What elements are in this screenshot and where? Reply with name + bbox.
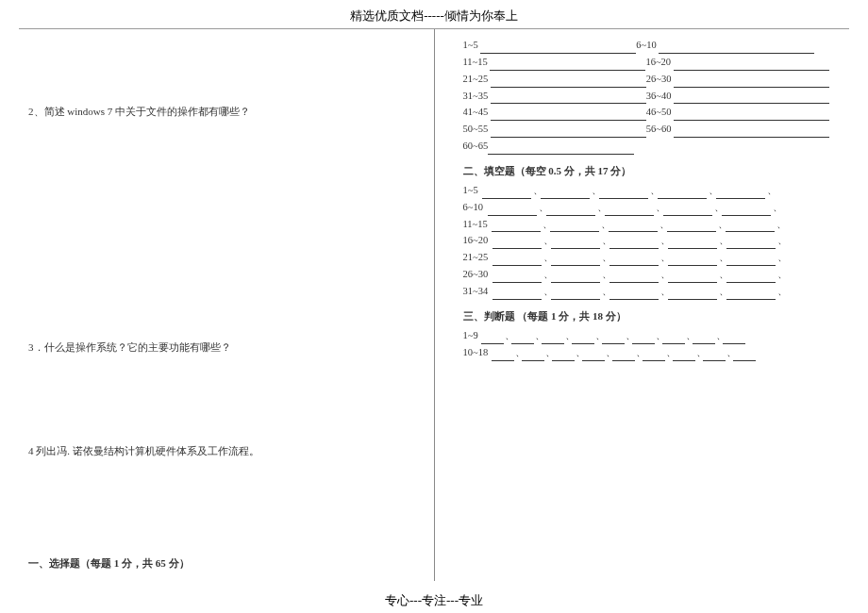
- page-body: 2、简述 windows 7 中关于文件的操作都有哪些？ 3．什么是操作系统？它…: [0, 29, 868, 581]
- fill-answer-row: 16~20 、、、、、: [463, 232, 848, 249]
- page-header: 精选优质文档-----倾情为你奉上: [0, 0, 868, 26]
- judge-answer-row: 1~9 、、、、、、、、: [463, 327, 848, 344]
- fill-answer-row: 31~34 、、、、、: [463, 283, 848, 300]
- fill-answer-row: 26~30 、、、、、: [463, 266, 848, 283]
- page-footer: 专心---专注---专业: [0, 592, 868, 609]
- question-2: 2、简述 windows 7 中关于文件的操作都有哪些？: [28, 103, 413, 122]
- choice-answer-row: 21~25 26~30: [463, 71, 848, 88]
- choice-answer-row: 11~15 16~20: [463, 54, 848, 71]
- left-column: 2、简述 windows 7 中关于文件的操作都有哪些？ 3．什么是操作系统？它…: [0, 29, 434, 581]
- fill-answer-row: 1~5 、、、、、: [463, 182, 848, 199]
- judge-answer-row: 10~18 、、、、、、、、: [463, 344, 848, 361]
- section-2-title: 二、填空题（每空 0.5 分，共 17 分）: [463, 164, 848, 178]
- section-1-title: 一、选择题（每题 1 分，共 65 分）: [28, 555, 413, 573]
- fill-answer-row: 11~15 、、、、、: [463, 216, 848, 233]
- choice-answer-row: 1~5 6~10: [463, 37, 848, 54]
- choice-answer-row: 50~55 56~60: [463, 121, 848, 138]
- question-4: 4 列出冯. 诺依曼结构计算机硬件体系及工作流程。: [28, 442, 413, 461]
- fill-answer-row: 6~10 、、、、、: [463, 199, 848, 216]
- right-column: 1~5 6~10 11~15 16~20 21~25 26~30 31~35 3…: [435, 29, 869, 581]
- question-3: 3．什么是操作系统？它的主要功能有哪些？: [28, 339, 413, 357]
- fill-answer-row: 21~25 、、、、、: [463, 249, 848, 266]
- choice-answer-row: 60~65: [463, 138, 848, 155]
- section-3-title: 三、判断题 （每题 1 分，共 18 分）: [463, 309, 848, 323]
- choice-answer-row: 41~45 46~50: [463, 104, 848, 121]
- choice-answer-row: 31~35 36~40: [463, 88, 848, 105]
